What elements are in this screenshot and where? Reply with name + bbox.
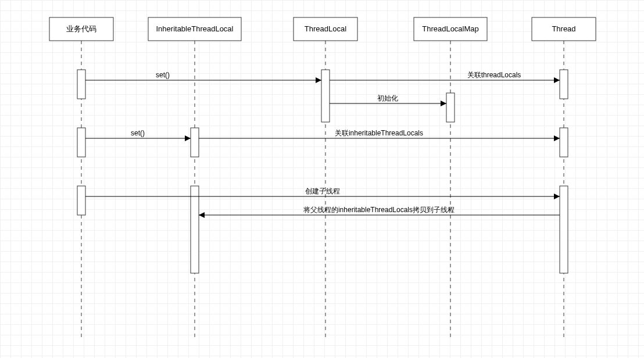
message-create-child-thread: 创建子线程 (85, 187, 560, 199)
activation-bar (321, 70, 330, 122)
svg-marker-16 (554, 194, 560, 199)
message-label: 初始化 (377, 94, 398, 102)
svg-marker-8 (554, 77, 560, 83)
message-set-inheritable: set() (85, 129, 191, 141)
participant-label: 业务代码 (66, 24, 96, 33)
message-init: 初始化 (330, 94, 446, 106)
activation-bar (77, 70, 85, 99)
participant-label: ThreadLocalMap (422, 24, 479, 33)
activation-bar (191, 128, 199, 157)
participant-inheritable-thread-local: InheritableThreadLocal (148, 17, 241, 41)
participant-label: ThreadLocal (305, 24, 346, 33)
activation-bar (77, 186, 85, 215)
message-label: 将父线程的inheritableThreadLocals拷贝到子线程 (303, 206, 455, 214)
participant-label: Thread (552, 24, 575, 33)
activation-bar (560, 70, 568, 99)
participant-thread: Thread (532, 17, 596, 41)
message-label: 关联threadLocals (467, 71, 521, 79)
svg-marker-10 (441, 101, 446, 106)
activation-bar (560, 128, 568, 157)
participant-thread-local: ThreadLocal (294, 17, 357, 41)
message-set-threadlocal: set() (85, 71, 321, 83)
participant-business-code: 业务代码 (49, 17, 113, 41)
message-label: 关联inheritableThreadLocals (335, 129, 423, 137)
svg-marker-14 (554, 135, 560, 141)
svg-marker-18 (199, 212, 205, 218)
participant-label: InheritableThreadLocal (156, 24, 234, 33)
message-label: set() (131, 129, 145, 137)
message-label: 创建子线程 (305, 187, 340, 195)
message-assoc-threadlocals: 关联threadLocals (330, 71, 560, 83)
message-copy-inheritable: 将父线程的inheritableThreadLocals拷贝到子线程 (199, 206, 560, 218)
message-label: set() (156, 71, 170, 79)
activation-bar (77, 128, 85, 157)
activation-bar (191, 186, 199, 273)
svg-marker-12 (185, 135, 191, 141)
participant-thread-local-map: ThreadLocalMap (414, 17, 487, 41)
activation-bar (560, 186, 568, 273)
svg-marker-6 (316, 77, 321, 83)
message-assoc-inheritable: 关联inheritableThreadLocals (199, 129, 560, 141)
activation-bar (446, 93, 455, 122)
sequence-diagram: 业务代码 InheritableThreadLocal ThreadLocal … (0, 0, 644, 358)
